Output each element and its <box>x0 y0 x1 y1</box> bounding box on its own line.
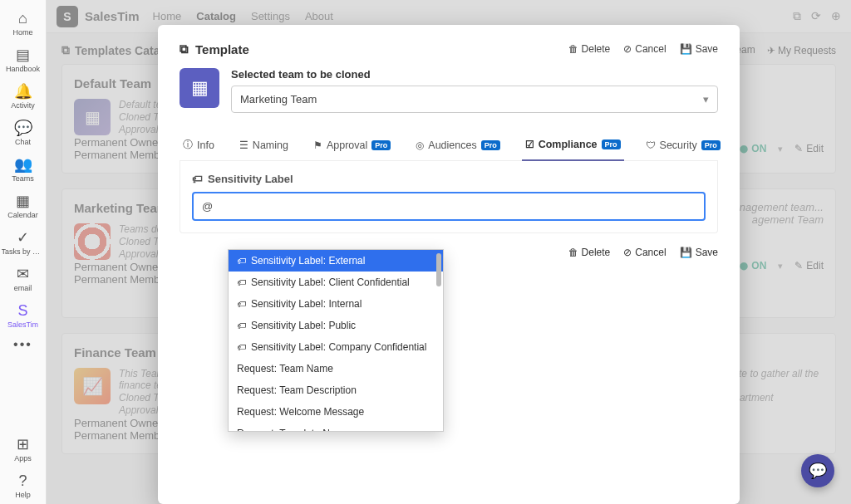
rail-label: Calendar <box>2 211 45 219</box>
sensitivity-dropdown[interactable]: 🏷Sensitivity Label: External🏷Sensitivity… <box>228 249 444 432</box>
rail-item-email[interactable]: ✉email <box>2 261 45 297</box>
rail-icon: ▦ <box>16 193 30 209</box>
clone-label: Selected team to be cloned <box>231 68 718 81</box>
rail-item-calendar[interactable]: ▦Calendar <box>2 188 45 224</box>
tab-icon: ⚑ <box>313 139 322 151</box>
rail-item-chat[interactable]: 💬Chat <box>2 115 45 151</box>
tag-icon: 🏷 <box>237 277 246 287</box>
main: S SalesTim HomeCatalogSettingsAbout ⧉ ⟳ … <box>47 0 851 504</box>
clone-team-icon: ▦ <box>180 68 219 108</box>
rail-label: Help <box>2 491 45 499</box>
rail-icon: ⌂ <box>18 10 27 27</box>
tab-security[interactable]: 🛡SecurityPro <box>642 131 724 160</box>
dropdown-item[interactable]: 🏷Sensitivity Label: Company Confidential <box>229 336 443 358</box>
dropdown-item[interactable]: 🏷Sensitivity Label: External <box>229 250 443 272</box>
cancel-button-footer[interactable]: ⊘ Cancel <box>623 247 666 258</box>
chat-launcher[interactable]: 💬 <box>801 454 834 487</box>
tab-label: Naming <box>253 139 288 151</box>
template-icon: ⧉ <box>180 42 189 56</box>
dropdown-item-text: Request: Welcome Message <box>237 406 364 418</box>
rail-icon: ▤ <box>16 46 30 63</box>
left-rail: ⌂Home▤Handbook🔔Activity💬Chat👥Teams▦Calen… <box>0 0 47 504</box>
chevron-down-icon: ▾ <box>703 93 709 105</box>
tab-approval[interactable]: ⚑ApprovalPro <box>310 131 394 160</box>
tab-label: Security <box>660 139 697 151</box>
tag-icon: 🏷 <box>192 173 203 185</box>
rail-label: SalesTim <box>2 321 45 329</box>
clone-team-select[interactable]: Marketing Team ▾ <box>231 86 718 113</box>
tab-icon: 🛡 <box>646 139 656 151</box>
rail-label: Activity <box>2 101 45 110</box>
rail-icon: S <box>17 302 27 319</box>
scrollbar-thumb[interactable] <box>436 253 441 286</box>
rail-label: Home <box>2 28 45 37</box>
rail-item-home[interactable]: ⌂Home <box>2 5 45 42</box>
tag-icon: 🏷 <box>237 342 246 352</box>
tab-icon: ☰ <box>239 139 248 151</box>
tab-audiences[interactable]: ◎AudiencesPro <box>412 131 503 160</box>
rail-item-tasks-by-pl-[interactable]: ✓Tasks by Pl... <box>2 224 45 261</box>
rail-icon: ✓ <box>17 229 29 246</box>
dropdown-item-text: Sensitivity Label: Internal <box>251 298 362 310</box>
dropdown-item[interactable]: Request: Team Description <box>229 379 443 401</box>
rail-item-help[interactable]: ?Help <box>2 467 45 504</box>
rail-icon: 🔔 <box>14 83 32 100</box>
tab-icon: ☑ <box>525 139 534 150</box>
tab-naming[interactable]: ☰Naming <box>236 131 292 160</box>
rail-label: Teams <box>2 174 45 183</box>
tab-compliance[interactable]: ☑CompliancePro <box>522 131 624 161</box>
rail-label: Chat <box>2 138 45 146</box>
sensitivity-input[interactable]: @ <box>192 192 706 221</box>
rail-item-teams[interactable]: 👥Teams <box>2 151 45 188</box>
dropdown-item-text: Sensitivity Label: Company Confidential <box>251 341 426 353</box>
dropdown-item[interactable]: 🏷Sensitivity Label: Public <box>229 315 443 336</box>
dropdown-item-text: Request: Team Name <box>237 363 333 374</box>
tab-label: Compliance <box>539 139 598 150</box>
rail-icon: 💬 <box>14 120 32 136</box>
tab-icon: ⓘ <box>183 138 193 152</box>
tab-icon: ◎ <box>416 139 424 151</box>
dropdown-item[interactable]: 🏷Sensitivity Label: Internal <box>229 293 443 315</box>
modal-tabs: ⓘInfo☰Naming⚑ApprovalPro◎AudiencesPro☑Co… <box>180 131 718 161</box>
dropdown-item[interactable]: Request: Welcome Message <box>229 401 443 423</box>
tab-label: Approval <box>327 139 367 151</box>
tag-icon: 🏷 <box>237 299 246 309</box>
dropdown-item-text: Sensitivity Label: External <box>251 255 365 267</box>
dropdown-item-text: Sensitivity Label: Public <box>251 320 356 331</box>
rail-item-handbook[interactable]: ▤Handbook <box>2 42 45 78</box>
dropdown-item[interactable]: Request: Team Name <box>229 358 443 379</box>
tab-info[interactable]: ⓘInfo <box>180 131 218 160</box>
save-button-footer[interactable]: 💾 Save <box>680 247 718 258</box>
rail-label: email <box>2 284 45 292</box>
modal-title-text: Template <box>195 42 249 56</box>
pro-badge: Pro <box>701 140 721 150</box>
rail-icon: ✉ <box>17 266 29 282</box>
dropdown-item[interactable]: Request: Template Name <box>229 423 443 432</box>
modal-overlay: ⧉Template 🗑 Delete ⊘ Cancel 💾 Save ▦ Sel… <box>47 0 851 504</box>
dropdown-item-text: Request: Team Description <box>237 384 357 396</box>
cancel-button[interactable]: ⊘ Cancel <box>623 43 666 55</box>
rail-label: Handbook <box>2 65 45 73</box>
dropdown-item[interactable]: 🏷Sensitivity Label: Client Confidential <box>229 272 443 293</box>
pro-badge: Pro <box>602 139 621 149</box>
pro-badge: Pro <box>481 140 500 150</box>
rail-icon: ⊞ <box>17 436 29 453</box>
rail-item-activity[interactable]: 🔔Activity <box>2 78 45 115</box>
tab-label: Info <box>197 139 214 151</box>
sensitivity-label-title: Sensitivity Label <box>208 173 293 185</box>
rail-label: Tasks by Pl... <box>2 247 45 256</box>
rail-icon: ? <box>18 472 27 489</box>
rail-item-salestim[interactable]: SSalesTim <box>2 297 45 334</box>
dropdown-item-text: Sensitivity Label: Client Confidential <box>251 276 410 288</box>
compliance-panel: 🏷Sensitivity Label @ <box>180 161 718 233</box>
tab-label: Audiences <box>428 139 476 151</box>
pro-badge: Pro <box>371 140 391 150</box>
delete-button[interactable]: 🗑 Delete <box>568 43 611 55</box>
rail-item-apps[interactable]: ⊞Apps <box>2 431 45 467</box>
delete-button-footer[interactable]: 🗑 Delete <box>568 247 611 258</box>
save-button[interactable]: 💾 Save <box>680 43 718 55</box>
tag-icon: 🏷 <box>237 256 246 266</box>
rail-label: Apps <box>2 454 45 462</box>
clone-team-value: Marketing Team <box>240 93 703 105</box>
rail-more-icon[interactable]: ••• <box>13 337 32 352</box>
